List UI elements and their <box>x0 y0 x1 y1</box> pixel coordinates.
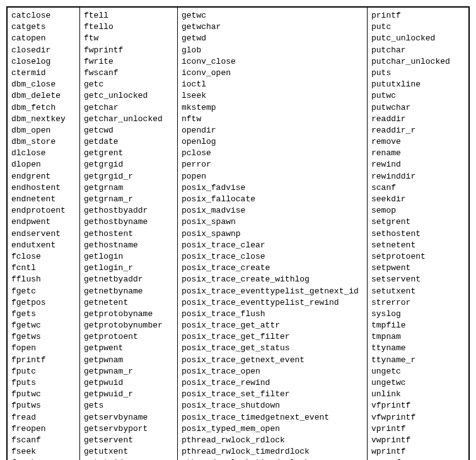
function-name: dbm_nextkey <box>11 114 76 125</box>
function-name: readdir <box>371 114 465 125</box>
function-name: endgrent <box>11 171 76 182</box>
function-name: posix_trace_close <box>182 251 363 262</box>
function-name: vprintf <box>371 423 465 435</box>
function-name: sethostent <box>371 228 465 240</box>
function-name: fread <box>11 412 76 423</box>
function-name: posix_trace_create <box>182 262 363 274</box>
function-name: getgrgid <box>84 159 173 170</box>
function-name: getc <box>84 79 173 90</box>
function-name: getnetbyname <box>84 286 173 297</box>
function-name: ttyname_r <box>371 355 465 366</box>
function-name: vwprintf <box>371 435 465 446</box>
function-name: ioctl <box>182 79 363 90</box>
function-name: getutxent <box>84 446 173 457</box>
function-name: wprintf <box>371 446 465 457</box>
function-name: posix_trace_get_filter <box>182 331 363 343</box>
function-name: posix_trace_getnext_event <box>182 355 363 366</box>
function-name: getwchar <box>182 21 363 33</box>
function-name: printf <box>371 10 465 21</box>
function-name: posix_trace_eventtypelist_getnext_id <box>182 286 363 297</box>
function-name: putc <box>371 21 465 33</box>
function-name: remove <box>371 136 465 148</box>
function-name: rewind <box>371 159 465 170</box>
function-name: ftello <box>84 21 173 33</box>
function-name: fseeko <box>11 457 76 460</box>
function-name: fputc <box>11 366 76 377</box>
function-name: gets <box>84 400 173 411</box>
function-name: tmpfile <box>371 320 465 331</box>
function-name: posix_trace_set_filter <box>182 389 363 400</box>
function-name: posix_trace_timedgetnext_event <box>182 412 363 423</box>
function-name: ftw <box>84 33 173 44</box>
function-name: posix_fallocate <box>182 194 363 205</box>
function-name: gethostent <box>84 228 173 240</box>
function-name: fwscanf <box>84 68 173 79</box>
function-name: fclose <box>11 251 76 262</box>
function-name: glob <box>182 45 363 56</box>
function-name: dbm_delete <box>11 90 76 102</box>
function-name: fcntl <box>11 262 76 274</box>
function-name: pthread_rwlock_timedwrlock <box>182 457 363 460</box>
function-name: iconv_close <box>182 56 363 68</box>
function-name: mkstemp <box>182 102 363 114</box>
function-name: setpwent <box>371 262 465 274</box>
function-name: gethostname <box>84 240 173 251</box>
function-name: ungetc <box>371 366 465 377</box>
function-name: ttyname <box>371 343 465 354</box>
function-name: getwc <box>182 10 363 21</box>
function-name: semop <box>371 205 465 216</box>
function-name: getpwnam <box>84 355 173 366</box>
function-name: opendir <box>182 125 363 136</box>
column-2: ftellftelloftwfwprintffwritefwscanfgetcg… <box>80 8 178 460</box>
function-name: rename <box>371 148 465 159</box>
function-name: posix_trace_get_status <box>182 343 363 354</box>
function-name: syslog <box>371 309 465 320</box>
function-name: posix_trace_shutdown <box>182 400 363 411</box>
function-name: setgrent <box>371 216 465 228</box>
function-name: putc_unlocked <box>371 33 465 44</box>
function-name: getchar_unlocked <box>84 114 173 125</box>
function-name: wscanf <box>371 457 465 460</box>
function-name: getgrnam_r <box>84 194 173 205</box>
function-name: freopen <box>11 423 76 435</box>
function-name: perror <box>182 159 363 170</box>
function-name: getgrgid_r <box>84 171 173 182</box>
function-name: getpwuid_r <box>84 389 173 400</box>
function-name: getprotobynumber <box>84 320 173 331</box>
function-name: dbm_fetch <box>11 102 76 114</box>
function-name: fflush <box>11 274 76 285</box>
function-name: strerror <box>371 297 465 309</box>
function-name: fgetpos <box>11 297 76 309</box>
function-name: fscanf <box>11 435 76 446</box>
column-3: getwcgetwchargetwdglobiconv_closeiconv_o… <box>178 8 368 460</box>
function-name: ctermid <box>11 68 76 79</box>
function-name: getprotobyname <box>84 309 173 320</box>
function-name: endhostent <box>11 182 76 194</box>
function-name: gethostbyname <box>84 216 173 228</box>
function-name: putwchar <box>371 102 465 114</box>
function-name: fgetws <box>11 331 76 343</box>
function-name: dbm_open <box>11 125 76 136</box>
function-name: endservent <box>11 228 76 240</box>
function-name: setservent <box>371 274 465 285</box>
function-name: ftell <box>84 10 173 21</box>
function-name: unlink <box>371 389 465 400</box>
function-name: ungetwc <box>371 377 465 389</box>
function-name: putwc <box>371 90 465 102</box>
function-name: fgets <box>11 309 76 320</box>
function-name: posix_typed_mem_open <box>182 423 363 435</box>
function-name: posix_fadvise <box>182 182 363 194</box>
function-name: getservbyport <box>84 423 173 435</box>
function-name: getservbyname <box>84 412 173 423</box>
function-table: catclosecatgetscatopenclosedircloselogct… <box>6 6 470 460</box>
function-name: seekdir <box>371 194 465 205</box>
function-name: posix_trace_create_withlog <box>182 274 363 285</box>
function-name: setprotoent <box>371 251 465 262</box>
function-name: pututxline <box>371 79 465 90</box>
function-name: iconv_open <box>182 68 363 79</box>
function-name: closelog <box>11 56 76 68</box>
function-name: endutxent <box>11 240 76 251</box>
function-name: catopen <box>11 33 76 44</box>
function-name: posix_spawn <box>182 216 363 228</box>
function-name: dlopen <box>11 159 76 170</box>
